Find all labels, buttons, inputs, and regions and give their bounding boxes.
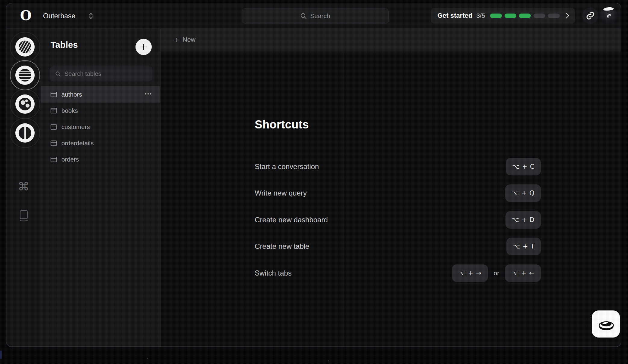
new-tab-button[interactable]: + New bbox=[174, 36, 195, 44]
table-icon bbox=[51, 140, 57, 146]
kbd-badge: ⌥ + Q bbox=[505, 184, 541, 202]
shortcut-row: Write new query ⌥ + Q bbox=[255, 184, 541, 202]
table-name: books bbox=[61, 107, 78, 114]
page-title: Shortcuts bbox=[255, 118, 309, 131]
table-icon bbox=[51, 108, 57, 113]
table-icon bbox=[51, 124, 57, 130]
get-started-widget[interactable]: Get started 3/5 bbox=[431, 8, 575, 23]
shortcut-label: Start a conversation bbox=[255, 162, 319, 171]
search-tables-placeholder: Search tables bbox=[64, 70, 101, 77]
search-icon bbox=[55, 71, 61, 77]
progress-pill bbox=[519, 14, 531, 18]
background-artifact bbox=[0, 351, 2, 359]
base-icon-split bbox=[15, 123, 35, 143]
expand-icon bbox=[603, 10, 615, 22]
progress-pill bbox=[533, 14, 545, 18]
table-row-customers[interactable]: customers bbox=[41, 119, 160, 135]
shortcut-row: Start a conversation ⌥ + C bbox=[255, 158, 541, 175]
base-icon-globe bbox=[15, 94, 35, 114]
kbd-badge: ⌥ + C bbox=[506, 158, 541, 175]
progress-pill bbox=[505, 14, 516, 18]
tables-sidebar: Tables Search tables authors ••• bbox=[41, 29, 160, 347]
command-menu-icon[interactable]: ⌘ bbox=[6, 180, 41, 193]
kbd-badge: ⌥ + D bbox=[505, 211, 541, 229]
row-menu-icon[interactable]: ••• bbox=[145, 86, 152, 103]
workspace-avatar-2-selected[interactable] bbox=[10, 60, 40, 90]
get-started-progress: 3/5 bbox=[476, 12, 485, 19]
link-icon bbox=[586, 11, 595, 20]
workspace-switcher-chevron-icon[interactable] bbox=[88, 12, 94, 20]
assistant-launcher-button[interactable] bbox=[592, 310, 620, 338]
search-icon bbox=[300, 13, 307, 19]
docs-book-icon[interactable] bbox=[6, 209, 41, 222]
new-tab-label: New bbox=[182, 36, 195, 44]
workspace-avatar-4[interactable] bbox=[10, 118, 40, 148]
tab-strip: + New bbox=[160, 29, 621, 51]
app-window: O Outerbase Search Get started 3/5 bbox=[6, 3, 621, 347]
get-started-progress-pills bbox=[490, 14, 560, 18]
shortcut-row: Create new dashboard ⌥ + D bbox=[255, 211, 541, 229]
background-speck bbox=[328, 360, 329, 361]
background-speck bbox=[147, 358, 148, 359]
table-row-orderdetails[interactable]: orderdetails bbox=[41, 135, 160, 151]
base-icon-database bbox=[15, 66, 35, 85]
plus-icon: + bbox=[174, 36, 179, 44]
table-name: orders bbox=[61, 156, 79, 163]
workspace-name[interactable]: Outerbase bbox=[43, 3, 75, 29]
kbd-badge: ⌥ + → bbox=[452, 264, 488, 282]
search-placeholder: Search bbox=[310, 12, 330, 20]
table-name: orderdetails bbox=[61, 140, 94, 147]
shortcut-label: Create new table bbox=[255, 242, 309, 251]
progress-pill bbox=[548, 14, 560, 18]
shortcut-row: Create new table ⌥ + T bbox=[255, 238, 541, 255]
get-started-label: Get started bbox=[437, 12, 472, 20]
or-separator: or bbox=[494, 270, 499, 277]
shortcut-label: Switch tabs bbox=[255, 269, 292, 277]
base-icon-diagonal bbox=[15, 37, 35, 57]
kbd-badge: ⌥ + T bbox=[506, 238, 541, 255]
sidebar-title: Tables bbox=[51, 40, 78, 50]
share-link-button[interactable] bbox=[582, 8, 598, 24]
workspace-avatar-3[interactable] bbox=[10, 89, 40, 119]
kbd-badge: ⌥ + ← bbox=[505, 264, 541, 282]
table-row-authors[interactable]: authors ••• bbox=[41, 86, 160, 103]
main-area: + New Shortcuts Start a conversation ⌥ +… bbox=[160, 29, 621, 347]
table-row-orders[interactable]: orders bbox=[41, 151, 160, 168]
search-tables-input[interactable]: Search tables bbox=[50, 66, 152, 81]
shortcut-row: Switch tabs ⌥ + → or ⌥ + ← bbox=[255, 264, 541, 282]
table-row-books[interactable]: books bbox=[41, 103, 160, 119]
table-icon bbox=[51, 92, 57, 97]
push-button-icon bbox=[594, 313, 618, 335]
shortcut-label: Create new dashboard bbox=[255, 216, 328, 224]
outerbase-logo-icon[interactable]: O bbox=[19, 8, 33, 23]
chevron-right-icon[interactable] bbox=[565, 12, 570, 19]
shortcut-label: Write new query bbox=[255, 189, 307, 197]
top-bar: O Outerbase Search Get started 3/5 bbox=[6, 3, 621, 29]
table-list: authors ••• books customers orderdetails… bbox=[41, 86, 160, 168]
table-icon bbox=[51, 157, 57, 162]
table-name: customers bbox=[61, 123, 90, 131]
global-search-input[interactable]: Search bbox=[242, 8, 389, 23]
workspace-avatar-1[interactable] bbox=[10, 32, 40, 62]
progress-pill bbox=[490, 14, 502, 18]
add-table-button[interactable] bbox=[135, 39, 152, 55]
table-name: authors bbox=[61, 91, 82, 98]
workspace-rail: ⌘ ⚙ bbox=[6, 29, 41, 347]
avatar-expand-button[interactable] bbox=[600, 7, 617, 24]
